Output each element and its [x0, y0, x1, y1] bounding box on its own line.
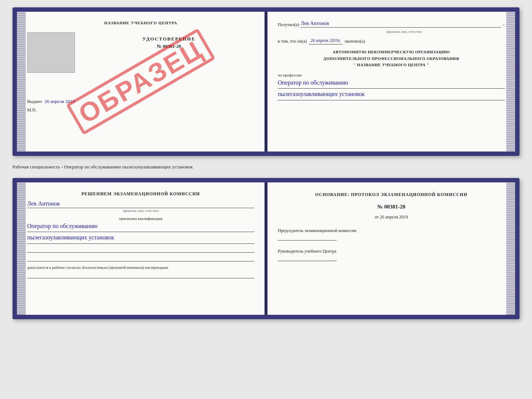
fio2-name: Лев Антонов: [27, 200, 254, 208]
kval-line2: пылегазоулавливающих установок: [27, 234, 254, 243]
vtom-line: в том, что он(а) 26 апреля 2019г. окончи…: [278, 38, 505, 44]
udostoverenie-number: № 00381-20: [84, 43, 254, 49]
po-professii-label: по профессии: [278, 73, 505, 77]
chairman-label: Председатель экзаменационной комиссии: [278, 227, 505, 234]
poluchil-line: Получил(а) Лев Антонов –: [278, 21, 505, 28]
poluchil-name: Лев Антонов: [301, 21, 501, 28]
dopusk-text-block: допускается к работе согласно должностны…: [27, 265, 254, 270]
dopusk-italic: работе согласно должностным (производств…: [52, 265, 168, 270]
blank-line-2: [27, 256, 254, 261]
left-texture-2: [17, 182, 26, 315]
udostoverenie-label: УДОСТОВЕРЕНИЕ: [84, 36, 254, 42]
dash1: –: [503, 22, 505, 28]
vydano-label: Выдано: [27, 99, 42, 104]
rukovoditel-sign-line: [278, 256, 337, 261]
cert2-right-panel: Основание: протокол экзаменационной коми…: [265, 182, 515, 315]
chairman-sign-line: [278, 235, 337, 241]
rukovoditel-block: Руководитель учебного Центра: [278, 248, 505, 261]
org-block: АВТОНОМНУЮ НЕКОММЕРЧЕСКУЮ ОРГАНИЗАЦИЮ ДО…: [278, 49, 505, 68]
dopusk-label: допускается к: [27, 265, 51, 270]
okonchil-label: окончил(а): [345, 39, 365, 44]
blank-line-1: [27, 247, 254, 253]
reshenie-title: Решением экзаменационной комиссии: [27, 191, 254, 197]
certificate-document-2: Решением экзаменационной комиссии Лев Ан…: [12, 178, 520, 319]
cert-right-panel: Получил(а) Лев Антонов – (фамилия, имя, …: [265, 12, 515, 152]
udostoverenie-block: УДОСТОВЕРЕНИЕ № 00381-20: [81, 36, 254, 49]
org-name: " НАЗВАНИЕ УЧЕБНОГО ЦЕНТРА ": [278, 62, 505, 68]
vtom-label: в том, что он(а): [278, 39, 307, 44]
rukovoditel-label: Руководитель учебного Центра: [278, 248, 505, 254]
chairman-block: Председатель экзаменационной комиссии: [278, 227, 505, 241]
cert-title: НАЗВАНИЕ УЧЕБНОГО ЦЕНТРА: [27, 21, 254, 25]
fio-hint-1: (фамилия, имя, отчество): [303, 30, 505, 33]
osnovanie-title: Основание: протокол экзаменационной коми…: [278, 191, 505, 198]
vydano-line: Выдано 26 апреля 2019: [27, 99, 254, 104]
middle-specialty-text: Рабочая специальность - Оператор по обсл…: [12, 162, 520, 172]
profession-line2: пылегазоулавливающих установок: [278, 90, 505, 100]
left-texture: [17, 12, 26, 152]
org-line1: АВТОНОМНУЮ НЕКОММЕРЧЕСКУЮ ОРГАНИЗАЦИЮ: [278, 49, 505, 56]
poluchil-label: Получил(а): [278, 22, 299, 28]
right-texture: [506, 12, 515, 152]
cert2-left-panel: Решением экзаменационной комиссии Лев Ан…: [17, 182, 265, 315]
mp-label: М.П.: [27, 107, 36, 113]
prisvoena-label: присвоена квалификация: [27, 216, 254, 221]
certificate-document-1: НАЗВАНИЕ УЧЕБНОГО ЦЕНТРА УДОСТОВЕРЕНИЕ №…: [12, 7, 520, 156]
fio2-hint: (фамилия, имя, отчество): [27, 209, 254, 213]
cert-left-panel: НАЗВАНИЕ УЧЕБНОГО ЦЕНТРА УДОСТОВЕРЕНИЕ №…: [17, 12, 265, 152]
kval-line1: Оператор по обслуживанию: [27, 222, 254, 232]
profession-line1: Оператор по обслуживанию: [278, 79, 505, 89]
ot-date: от 26 апреля 2019: [278, 214, 505, 220]
vydano-date: 26 апреля 2019: [44, 99, 75, 104]
mp-line: М.П.: [27, 107, 254, 113]
right-texture-2: [506, 182, 515, 315]
protocol-number: № 00381-20: [278, 204, 505, 210]
ot-prefix: от: [375, 214, 379, 220]
org-line2: ДОПОЛНИТЕЛЬНОГО ПРОФЕССИОНАЛЬНОГО ОБРАЗО…: [278, 56, 505, 62]
ot-date-value: 26 апреля 2019: [380, 214, 408, 220]
vtom-date: 26 апреля 2019г.: [309, 38, 342, 44]
photo-placeholder: [27, 32, 75, 73]
blank-line-3: [27, 273, 254, 278]
